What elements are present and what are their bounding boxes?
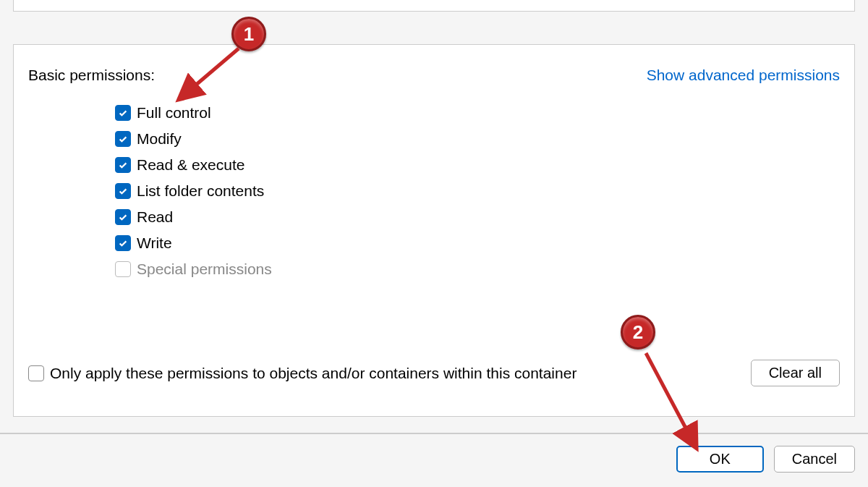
dialog-footer-buttons: OK Cancel [676,446,855,473]
check-icon [118,134,128,144]
permission-label: Special permissions [137,261,272,278]
cancel-button[interactable]: Cancel [774,446,855,473]
check-icon [118,186,128,196]
permission-label: List folder contents [137,182,264,200]
permission-row-list-folder[interactable]: List folder contents [115,182,840,200]
checkbox-read-execute[interactable] [115,157,131,173]
checkbox-write[interactable] [115,235,131,251]
checkbox-only-apply[interactable] [28,365,44,381]
permission-label: Write [137,234,172,252]
permission-row-read-execute[interactable]: Read & execute [115,156,840,174]
ok-button[interactable]: OK [676,446,764,473]
permission-label: Full control [137,104,211,122]
checkbox-list-folder[interactable] [115,183,131,199]
check-icon [118,212,128,222]
permission-label: Read & execute [137,156,244,174]
check-icon [118,108,128,118]
check-icon [118,160,128,170]
annotation-badge-1: 1 [231,17,266,51]
footer-separator [0,433,868,434]
only-apply-row[interactable]: Only apply these permissions to objects … [28,365,576,382]
checkbox-read[interactable] [115,209,131,225]
checkbox-full-control[interactable] [115,105,131,121]
permissions-list: Full control Modify Read & execute List … [115,104,840,278]
permission-row-full-control[interactable]: Full control [115,104,840,122]
upper-panel-edge [13,0,855,12]
clear-all-button[interactable]: Clear all [751,360,840,386]
basic-permissions-label: Basic permissions: [28,67,155,84]
permission-row-write[interactable]: Write [115,234,840,252]
only-apply-label: Only apply these permissions to objects … [50,365,576,382]
permission-row-read[interactable]: Read [115,208,840,226]
permission-label: Read [137,208,173,226]
checkbox-special [115,261,131,277]
permission-row-modify[interactable]: Modify [115,130,840,148]
check-icon [118,238,128,248]
checkbox-modify[interactable] [115,131,131,147]
permission-row-special: Special permissions [115,261,840,278]
annotation-badge-2: 2 [621,315,655,350]
permission-label: Modify [137,130,182,148]
show-advanced-permissions-link[interactable]: Show advanced permissions [647,67,840,84]
basic-permissions-panel: Basic permissions: Show advanced permiss… [13,44,855,417]
